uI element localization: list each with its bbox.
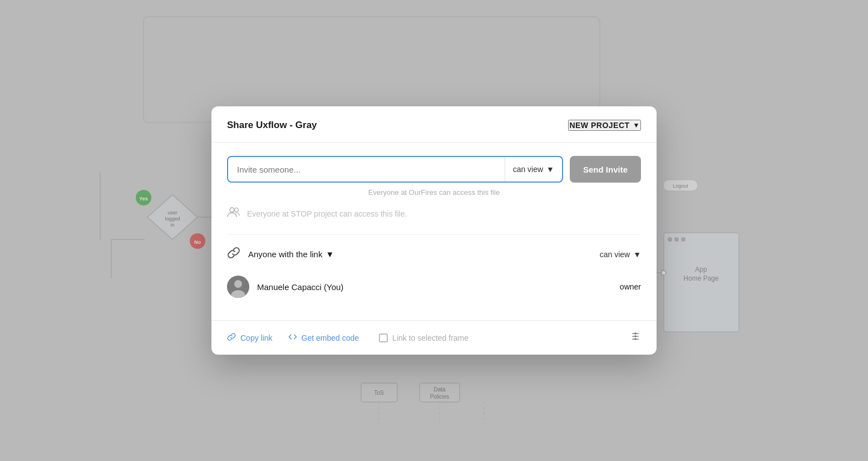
- org-access-row: Everyone at STOP project can access this…: [227, 207, 641, 221]
- user-role: owner: [620, 282, 641, 291]
- send-invite-button[interactable]: Send Invite: [570, 156, 641, 183]
- embed-icon: [288, 332, 297, 343]
- copy-link-button[interactable]: Copy link: [227, 332, 273, 343]
- access-note: Everyone at OurFires can access this fil…: [227, 188, 641, 197]
- invite-permission-dropdown[interactable]: can view ▼: [505, 157, 562, 182]
- svg-point-34: [230, 208, 234, 212]
- copy-link-icon: [227, 332, 236, 343]
- project-label: NEW PROJECT: [569, 121, 629, 130]
- project-dropdown-button[interactable]: NEW PROJECT ▼: [568, 120, 641, 131]
- modal-header: Share Uxflow - Gray NEW PROJECT ▼: [211, 106, 657, 143]
- link-permission-dropdown[interactable]: can view ▼: [600, 250, 641, 259]
- svg-point-39: [634, 332, 636, 334]
- chevron-down-icon: ▼: [633, 121, 640, 129]
- svg-point-41: [634, 338, 636, 340]
- link-icon: [227, 246, 240, 262]
- link-access-dropdown[interactable]: Anyone with the link ▼: [248, 249, 334, 259]
- invite-input-wrapper: can view ▼: [227, 156, 563, 183]
- svg-point-35: [235, 208, 239, 212]
- link-to-frame-row: Link to selected frame: [379, 334, 468, 342]
- svg-point-37: [234, 280, 242, 288]
- divider-1: [227, 234, 641, 235]
- get-embed-button[interactable]: Get embed code: [288, 332, 359, 343]
- settings-button[interactable]: [630, 331, 641, 345]
- user-row: Manuele Capacci (You) owner: [227, 276, 641, 298]
- user-avatar: [227, 276, 249, 298]
- chevron-down-icon: ▼: [326, 249, 334, 259]
- get-embed-label: Get embed code: [302, 334, 359, 342]
- invite-row: can view ▼ Send Invite: [227, 156, 641, 183]
- copy-link-label: Copy link: [240, 334, 273, 342]
- link-row-left: Anyone with the link ▼: [227, 246, 334, 262]
- org-access-text: Everyone at STOP project can access this…: [247, 209, 407, 218]
- invite-permission-label: can view: [513, 165, 543, 174]
- svg-point-40: [634, 335, 636, 337]
- link-permission-row: Anyone with the link ▼ can view ▼: [227, 246, 641, 262]
- modal-title: Share Uxflow - Gray: [227, 120, 317, 131]
- modal-overlay: Share Uxflow - Gray NEW PROJECT ▼ can vi…: [0, 0, 868, 461]
- modal-footer: Copy link Get embed code Link to selecte…: [211, 320, 657, 355]
- user-name: Manuele Capacci (You): [257, 282, 343, 292]
- share-modal: Share Uxflow - Gray NEW PROJECT ▼ can vi…: [211, 106, 657, 355]
- link-who-label: Anyone with the link: [248, 249, 322, 259]
- user-row-left: Manuele Capacci (You): [227, 276, 343, 298]
- invite-input[interactable]: [228, 165, 505, 174]
- org-people-icon: [227, 207, 240, 221]
- link-to-frame-checkbox[interactable]: [379, 334, 388, 342]
- modal-body: can view ▼ Send Invite Everyone at OurFi…: [211, 143, 657, 320]
- chevron-down-icon: ▼: [633, 250, 641, 259]
- link-permission-label: can view: [600, 250, 630, 259]
- link-to-frame-label: Link to selected frame: [392, 334, 468, 342]
- chevron-down-icon: ▼: [546, 165, 554, 174]
